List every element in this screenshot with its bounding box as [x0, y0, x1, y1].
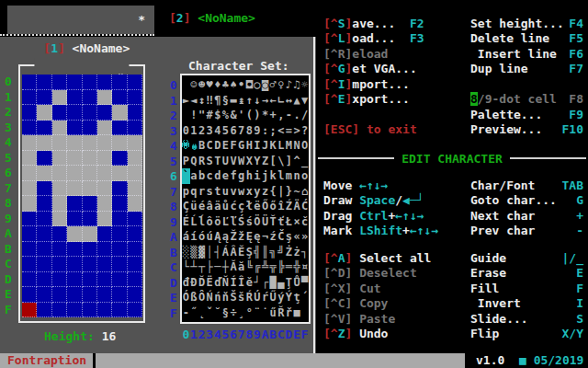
charmap-cell[interactable]: ě [245, 275, 254, 291]
pixel-cell[interactable] [67, 272, 82, 288]
charmap-cell[interactable]: ☼ [300, 77, 309, 93]
charmap-cell[interactable]: Ž [230, 229, 238, 245]
charmap-cell[interactable]: ⌂ [300, 184, 309, 200]
charmap-cell[interactable]: J [261, 138, 269, 154]
pixel-cell[interactable] [128, 105, 142, 121]
pixel-cell[interactable] [128, 242, 142, 258]
pixel-cell[interactable] [67, 303, 82, 318]
charmap-cell[interactable]: ä [214, 199, 222, 214]
charmap-cell[interactable]: j [261, 168, 269, 184]
charmap-cell[interactable]: ─ [214, 259, 222, 275]
pixel-cell[interactable] [67, 257, 82, 272]
charmap-cell[interactable]: ■ [293, 305, 301, 321]
pixel-cell[interactable] [52, 272, 67, 288]
pixel-cell[interactable] [112, 151, 127, 167]
charmap-cell[interactable]: w [237, 184, 245, 200]
charmap-cell[interactable]: M [285, 138, 293, 154]
charmap-cell[interactable]: , [277, 108, 286, 123]
charmap-cell[interactable]: ń [214, 290, 222, 305]
pixel-cell[interactable] [52, 135, 67, 151]
charmap-cell[interactable]: Ć [300, 199, 309, 214]
charmap-cell[interactable]: ╗ [269, 245, 277, 260]
pixel-cell[interactable] [22, 196, 37, 212]
charmap-cell[interactable]: " [198, 108, 206, 123]
charmap-cell[interactable]: ű [269, 305, 277, 321]
charmap-cell[interactable]: Î [237, 275, 245, 291]
pixel-cell[interactable] [37, 272, 51, 288]
charmap-cell[interactable]: O [300, 138, 309, 154]
charmap-cell[interactable]: ▒ [190, 245, 198, 260]
charmap-cell[interactable]: á [182, 229, 190, 245]
pixel-cell[interactable] [67, 181, 82, 197]
pixel-cell[interactable] [37, 105, 51, 121]
pixel-cell[interactable] [22, 257, 37, 272]
charmap-cell[interactable]: 3 [206, 123, 214, 139]
pixel-cell[interactable] [67, 196, 82, 212]
charmap-cell[interactable]: ş [285, 229, 293, 245]
charmap-cell[interactable]: Ţ [285, 275, 293, 291]
charmap-cell[interactable]: ż [293, 245, 301, 260]
charmap-cell[interactable]: r [198, 184, 206, 200]
charmap-cell[interactable]: ň [221, 290, 230, 305]
charmap-cell[interactable]: K [269, 138, 277, 154]
charmap-cell[interactable]: ˘ [214, 305, 222, 321]
pixel-cell[interactable] [83, 242, 97, 258]
charmap-cell[interactable]: \ [277, 154, 286, 169]
charmap-cell[interactable]: ╠ [277, 259, 286, 275]
pixel-cell[interactable] [83, 212, 97, 227]
pixel-cell[interactable] [37, 75, 51, 90]
charmap-cell[interactable]: 4 [214, 123, 222, 139]
pixel-cell[interactable] [22, 287, 37, 303]
menu-goto-char[interactable]: Goto char...G [470, 193, 583, 208]
menu-dup-line[interactable]: Dup lineF7 [470, 62, 583, 76]
pixel-cell[interactable] [67, 90, 82, 106]
pixel-cell[interactable] [22, 166, 37, 181]
charmap-cell[interactable]: Ź [285, 199, 293, 214]
pixel-cell[interactable] [97, 226, 112, 242]
charmap-cell[interactable]: - [285, 108, 293, 123]
menu-next-char[interactable]: Next char+ [470, 209, 583, 224]
pixel-cell[interactable] [97, 181, 112, 197]
charmap-cell[interactable]: v [230, 184, 238, 200]
charmap-cell[interactable]: d [214, 168, 222, 184]
pixel-cell[interactable] [67, 135, 82, 151]
charmap-cell[interactable]: ╦ [269, 259, 277, 275]
charmap-cell[interactable]: ľ [230, 214, 238, 230]
pixel-cell[interactable] [112, 272, 127, 288]
charmap-cell[interactable]: Ŕ [245, 290, 254, 305]
charmap-cell[interactable]: H [245, 138, 254, 154]
charmap-cell[interactable]: ú [206, 229, 214, 245]
charmap-cell[interactable]: ♂ [269, 77, 277, 93]
pixel-cell[interactable] [128, 181, 142, 197]
pixel-cell[interactable] [128, 75, 142, 90]
pixel-cell[interactable] [128, 303, 142, 318]
pixel-cell[interactable] [83, 272, 97, 288]
charmap-cell[interactable]: Ç [182, 199, 190, 214]
pixel-cell[interactable] [37, 303, 51, 318]
charmap-cell[interactable]: • [237, 77, 245, 93]
charmap-cell[interactable]: Y [254, 154, 262, 169]
pixel-cell[interactable] [128, 272, 142, 288]
pixel-cell[interactable] [22, 151, 37, 167]
charmap-cell[interactable]: 5 [221, 123, 230, 139]
charmap-cell[interactable]: C [206, 138, 214, 154]
charmap-cell[interactable]: ł [245, 199, 254, 214]
charmap-cell[interactable]: ┬ [198, 259, 206, 275]
pixel-cell[interactable] [128, 90, 142, 106]
pixel-cell[interactable] [83, 287, 97, 303]
charmap-cell[interactable]: 9 [254, 123, 262, 139]
charmap-cell[interactable]: V [230, 154, 238, 169]
charmap-cell[interactable]: Ë [206, 275, 214, 291]
charmap-cell[interactable]: ˙ [261, 305, 269, 321]
menu-flip[interactable]: FlipX/Y [470, 327, 583, 341]
pixel-cell[interactable] [128, 226, 142, 242]
pixel-cell[interactable] [83, 90, 97, 106]
charmap-cell[interactable]: ü [190, 199, 198, 214]
charmap-cell[interactable]: z [261, 184, 269, 200]
tab-font-2[interactable]: [2] <NoName> [169, 10, 255, 27]
pixel-cell[interactable] [128, 287, 142, 303]
charmap-cell[interactable]: ¤ [300, 259, 309, 275]
charmap-cell[interactable]: Ľ [221, 214, 230, 230]
pixel-cell[interactable] [97, 90, 112, 106]
charmap-cell[interactable]: L [277, 138, 286, 154]
